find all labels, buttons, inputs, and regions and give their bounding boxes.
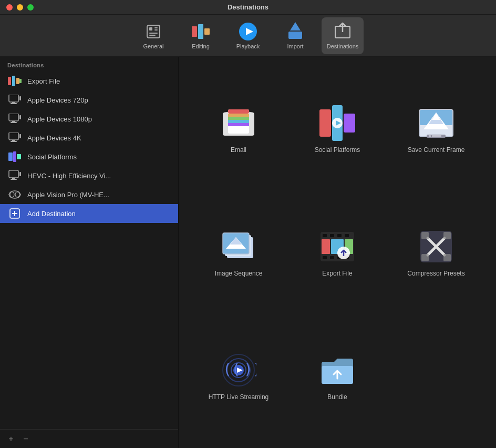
toolbar-label-destinations: Destinations <box>327 43 359 49</box>
toolbar: General Editing Playback I <box>0 15 496 57</box>
svg-rect-62 <box>429 135 431 137</box>
svg-rect-23 <box>9 114 18 121</box>
svg-rect-16 <box>12 76 15 86</box>
export-file-icon <box>7 76 22 86</box>
svg-rect-47 <box>228 117 249 120</box>
traffic-lights <box>6 4 34 11</box>
svg-rect-49 <box>228 123 249 126</box>
svg-text:)): )) <box>244 361 256 378</box>
compressor-presets-icon <box>417 228 455 266</box>
vision-pro-icon <box>7 189 22 200</box>
remove-button[interactable]: − <box>20 433 32 445</box>
apple-device-720p-icon <box>7 95 22 105</box>
grid-item-export-file[interactable]: Export File <box>293 196 381 309</box>
toolbar-label-import: Import <box>287 43 303 49</box>
svg-text:((: (( <box>223 361 241 378</box>
sidebar-label-apple-4k: Apple Devices 4K <box>27 134 81 142</box>
sidebar-label-apple-1080p: Apple Devices 1080p <box>27 115 92 123</box>
sidebar-item-hevc[interactable]: HEVC - High Efficiency Vi... <box>0 166 178 185</box>
sidebar-item-apple-1080p[interactable]: Apple Devices 1080p <box>0 109 178 128</box>
grid-item-email[interactable]: Email <box>194 73 283 186</box>
svg-rect-27 <box>9 133 18 140</box>
sidebar-label-social-platforms: Social Platforms <box>27 153 77 161</box>
svg-rect-91 <box>443 254 451 261</box>
destinations-icon <box>333 22 352 41</box>
svg-rect-74 <box>337 234 342 237</box>
sidebar: Destinations Export File <box>0 57 179 448</box>
titlebar: Destinations <box>0 0 496 15</box>
toolbar-item-editing[interactable]: Editing <box>180 17 222 54</box>
playback-icon <box>239 22 257 41</box>
social-platforms-icon <box>7 151 22 162</box>
svg-rect-63 <box>432 135 441 137</box>
sidebar-item-apple-4k[interactable]: Apple Devices 4K <box>0 128 178 147</box>
svg-rect-34 <box>9 170 18 178</box>
toolbar-label-editing: Editing <box>192 43 210 49</box>
grid-item-image-sequence[interactable]: Image Sequence <box>194 196 283 309</box>
svg-rect-72 <box>323 234 327 237</box>
toolbar-item-playback[interactable]: Playback <box>227 17 269 54</box>
svg-rect-89 <box>443 232 451 239</box>
sidebar-header: Destinations <box>0 57 178 72</box>
import-icon <box>286 22 305 41</box>
grid-label-compressor-presets: Compressor Presets <box>407 270 464 277</box>
svg-point-38 <box>10 192 14 197</box>
grid-item-save-current-frame[interactable]: Save Current Frame <box>392 73 480 186</box>
svg-rect-31 <box>8 152 13 161</box>
svg-rect-0 <box>147 25 160 38</box>
close-button[interactable] <box>6 4 13 11</box>
toolbar-item-destinations[interactable]: Destinations <box>322 17 364 54</box>
svg-rect-29 <box>11 141 17 142</box>
sidebar-item-social-platforms[interactable]: Social Platforms <box>0 147 178 166</box>
svg-rect-7 <box>198 24 203 39</box>
svg-rect-6 <box>192 26 197 37</box>
grid-label-social-platforms: Social Platforms <box>315 146 360 154</box>
svg-point-39 <box>15 192 19 197</box>
svg-rect-37 <box>19 172 21 176</box>
apple-device-4k-icon <box>7 133 22 143</box>
general-icon <box>144 22 163 41</box>
sidebar-label-hevc: HEVC - High Efficiency Vi... <box>27 172 111 180</box>
sidebar-label-apple-vision: Apple Vision Pro (MV-HE... <box>27 191 109 199</box>
grid-item-social-platforms[interactable]: Social Platforms <box>293 73 381 186</box>
svg-rect-15 <box>8 77 11 85</box>
bundle-icon <box>318 351 356 389</box>
toolbar-item-import[interactable]: Import <box>274 17 316 54</box>
svg-rect-36 <box>11 179 17 180</box>
add-button[interactable]: + <box>5 433 17 445</box>
svg-rect-8 <box>204 28 210 35</box>
maximize-button[interactable] <box>27 4 34 11</box>
svg-rect-88 <box>421 232 429 239</box>
svg-marker-12 <box>290 22 301 30</box>
sidebar-item-apple-vision[interactable]: Apple Vision Pro (MV-HE... <box>0 185 178 204</box>
social-platforms-grid-icon <box>318 104 356 142</box>
hevc-icon <box>7 170 22 181</box>
svg-rect-21 <box>11 103 17 104</box>
svg-rect-77 <box>330 256 334 259</box>
email-icon <box>220 104 257 142</box>
svg-rect-73 <box>330 234 334 237</box>
svg-rect-76 <box>323 256 327 259</box>
svg-rect-35 <box>12 178 15 179</box>
toolbar-item-general[interactable]: General <box>132 17 174 54</box>
sidebar-item-export-file[interactable]: Export File <box>0 72 178 90</box>
sidebar-label-add-destination: Add Destination <box>27 210 76 218</box>
svg-rect-4 <box>149 33 158 34</box>
svg-rect-52 <box>344 114 355 133</box>
sidebar-list: Export File Apple Devices 720p <box>0 72 178 429</box>
grid-label-email: Email <box>231 146 246 154</box>
image-sequence-icon <box>220 228 257 266</box>
svg-rect-20 <box>12 102 15 103</box>
grid-item-compressor-presets[interactable]: Compressor Presets <box>392 196 480 309</box>
sidebar-item-add-destination[interactable]: Add Destination <box>0 204 178 223</box>
minimize-button[interactable] <box>17 4 23 11</box>
sidebar-footer: + − <box>0 429 178 448</box>
grid-item-http-live-streaming[interactable]: (( )) HTTP Live Streaming <box>194 319 283 432</box>
save-current-frame-icon <box>417 104 455 142</box>
grid-item-bundle[interactable]: Bundle <box>293 319 381 432</box>
svg-rect-11 <box>288 32 302 39</box>
editing-icon <box>191 22 210 41</box>
grid-area: Email Social Platforms <box>179 57 496 448</box>
sidebar-label-export-file: Export File <box>27 77 60 85</box>
sidebar-item-apple-720p[interactable]: Apple Devices 720p <box>0 90 178 109</box>
